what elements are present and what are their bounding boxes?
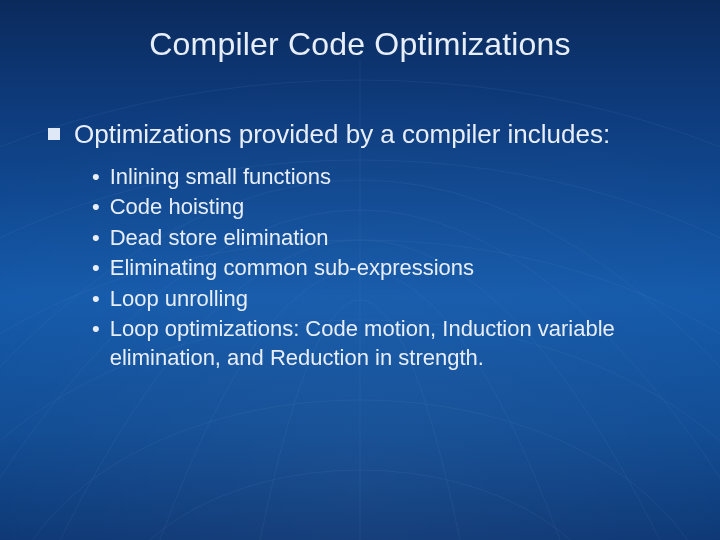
svg-point-5 (100, 470, 620, 540)
list-item-text: Loop unrolling (110, 285, 248, 314)
dot-bullet-icon: • (92, 285, 100, 314)
list-item: • Dead store elimination (92, 224, 672, 253)
list-item-text: Eliminating common sub-expressions (110, 254, 474, 283)
dot-bullet-icon: • (92, 315, 100, 344)
slide-title: Compiler Code Optimizations (0, 26, 720, 63)
level1-item: Optimizations provided by a compiler inc… (48, 118, 672, 151)
list-item: • Eliminating common sub-expressions (92, 254, 672, 283)
dot-bullet-icon: • (92, 163, 100, 192)
svg-point-4 (0, 400, 720, 540)
list-item: • Inlining small functions (92, 163, 672, 192)
level2-list: • Inlining small functions • Code hoisti… (92, 163, 672, 373)
list-item-text: Code hoisting (110, 193, 245, 222)
slide: Compiler Code Optimizations Optimization… (0, 0, 720, 540)
list-item-text: Dead store elimination (110, 224, 329, 253)
dot-bullet-icon: • (92, 224, 100, 253)
dot-bullet-icon: • (92, 254, 100, 283)
level1-text: Optimizations provided by a compiler inc… (74, 118, 610, 151)
list-item: • Loop optimizations: Code motion, Induc… (92, 315, 672, 372)
dot-bullet-icon: • (92, 193, 100, 222)
list-item: • Code hoisting (92, 193, 672, 222)
slide-body: Optimizations provided by a compiler inc… (48, 118, 672, 375)
square-bullet-icon (48, 128, 60, 140)
list-item-text: Loop optimizations: Code motion, Inducti… (110, 315, 672, 372)
list-item-text: Inlining small functions (110, 163, 331, 192)
list-item: • Loop unrolling (92, 285, 672, 314)
